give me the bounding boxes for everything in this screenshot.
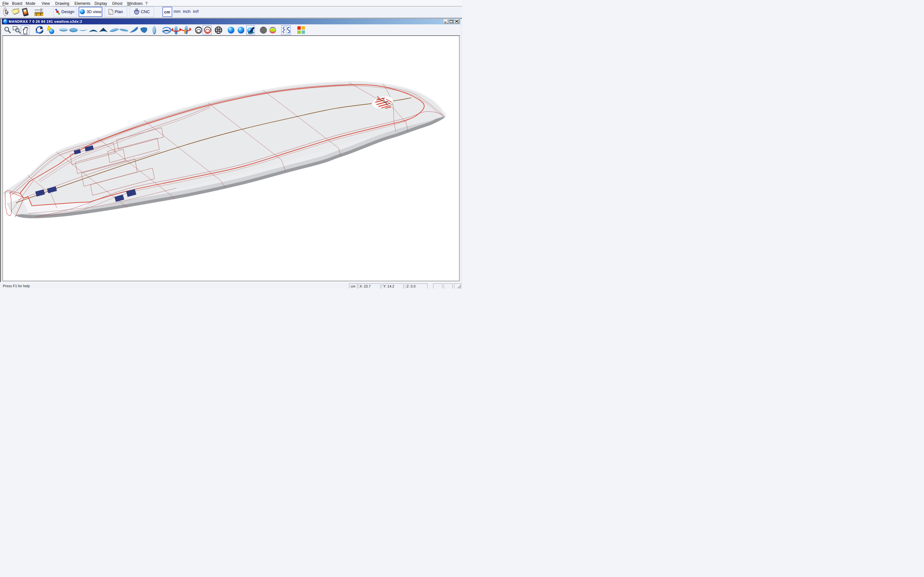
svg-text:0: 0 xyxy=(40,13,41,16)
svg-text:1: 1 xyxy=(36,13,37,16)
